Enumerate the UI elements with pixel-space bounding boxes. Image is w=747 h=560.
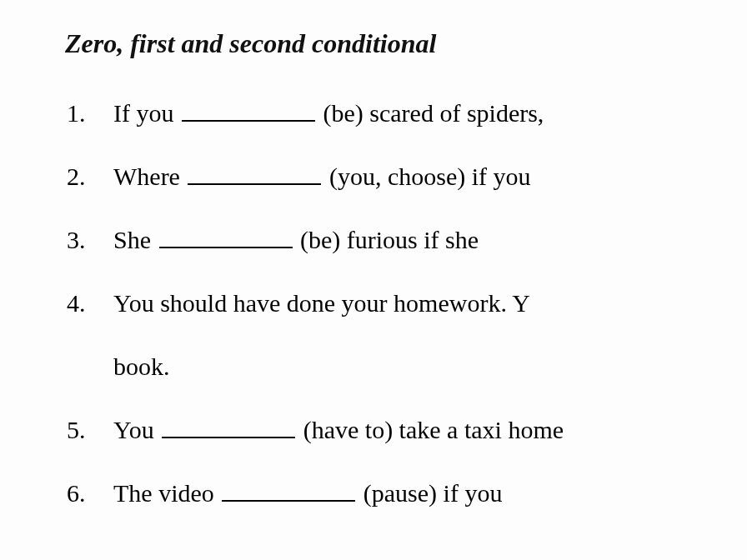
item-number: 6. xyxy=(65,476,113,511)
item-number: 3. xyxy=(65,222,113,258)
item-content: The video (pause) if you xyxy=(113,476,502,511)
exercise-item-2: 2. Where (you, choose) if you xyxy=(65,159,747,194)
exercise-list: 1. If you (be) scared of spiders, 2. Whe… xyxy=(65,96,747,511)
item-content: If you (be) scared of spiders, xyxy=(113,96,544,131)
text-pre: Where xyxy=(113,162,186,190)
item-number: 1. xyxy=(65,96,113,131)
text-pre: The video xyxy=(113,479,220,507)
item-number: 4. xyxy=(65,286,113,321)
text-hint: (have to) take a taxi home xyxy=(303,416,564,443)
text-hint: (pause) if you xyxy=(363,479,503,507)
item-content: She (be) furious if she xyxy=(113,222,479,258)
text-hint: (be) scared of spiders, xyxy=(323,99,544,127)
item-content-line2: book. xyxy=(113,349,170,384)
fill-blank[interactable] xyxy=(162,421,295,438)
fill-blank[interactable] xyxy=(188,168,321,185)
exercise-item-3: 3. She (be) furious if she xyxy=(65,222,747,258)
item-content: Where (you, choose) if you xyxy=(113,159,531,194)
text-pre: She xyxy=(113,226,158,253)
text-pre: If you xyxy=(113,99,180,127)
item-number: 5. xyxy=(65,412,113,448)
exercise-item-5: 5. You (have to) take a taxi home xyxy=(65,412,747,448)
item-content: You (have to) take a taxi home xyxy=(113,412,564,448)
exercise-item-4: 4. You should have done your homework. Y… xyxy=(65,286,747,384)
fill-blank[interactable] xyxy=(182,104,315,122)
exercise-item-6: 6. The video (pause) if you xyxy=(65,476,747,511)
fill-blank[interactable] xyxy=(222,484,355,502)
text-hint: (you, choose) if you xyxy=(329,162,531,190)
text-hint: (be) furious if she xyxy=(300,226,479,253)
text-pre: You xyxy=(113,416,160,443)
worksheet-title: Zero, first and second conditional xyxy=(65,28,747,59)
item-number: 2. xyxy=(65,159,113,194)
fill-blank[interactable] xyxy=(159,231,293,248)
exercise-item-1: 1. If you (be) scared of spiders, xyxy=(65,96,747,131)
item-content-line1: You should have done your homework. Y xyxy=(113,286,530,321)
